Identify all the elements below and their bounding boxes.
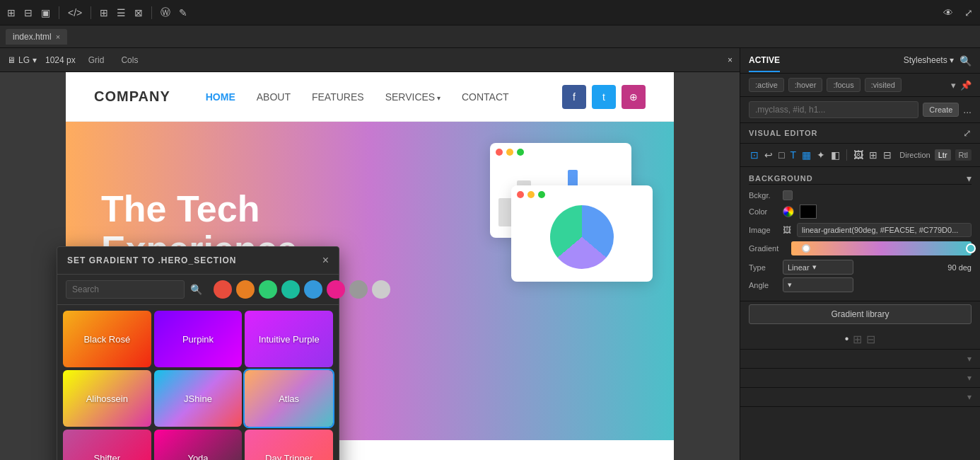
gradient-card-atlas[interactable]: Atlas: [245, 370, 333, 427]
color-swatch-black[interactable]: [800, 205, 817, 219]
gradient-card-yoda[interactable]: Yoda: [154, 430, 243, 460]
tool-img-icon[interactable]: 🖼: [852, 148, 865, 162]
tab-close-icon[interactable]: ×: [56, 33, 60, 41]
rtl-button[interactable]: Rtl: [955, 149, 972, 161]
dot-nav-list[interactable]: ⊟: [866, 333, 875, 346]
tool-rows-icon[interactable]: ⊟: [882, 148, 893, 162]
gradient-card-black-rose[interactable]: Black Rosé: [63, 311, 151, 367]
popup-search-input[interactable]: [66, 280, 185, 299]
search-panel-icon[interactable]: 🔍: [959, 55, 972, 67]
tool-type-icon[interactable]: T: [788, 148, 798, 162]
color-circle-icon[interactable]: [783, 206, 794, 217]
gradient-card-jshine[interactable]: JShine: [154, 370, 243, 427]
gradient-handle-right[interactable]: [966, 243, 976, 253]
canvas-toolbar: 🖥 LG ▾ 1024 px Grid Cols ×: [0, 48, 740, 72]
close-canvas-icon[interactable]: ×: [728, 55, 733, 65]
preset-red[interactable]: [214, 280, 232, 299]
icon-expand[interactable]: ⤢: [962, 4, 976, 21]
bckgr-checkbox[interactable]: [783, 190, 793, 200]
preset-blue[interactable]: [304, 280, 322, 299]
icon-4[interactable]: ⊞: [97, 4, 111, 21]
search-icon: 🔍: [190, 284, 202, 295]
gradient-card-day-tripper[interactable]: Day Tripper: [245, 430, 333, 460]
separator-2: [91, 6, 91, 19]
visual-editor-expand-icon[interactable]: ⤢: [963, 127, 972, 139]
gradient-value-display[interactable]: linear-gradient(90deg, #FEAC5E, #C779D0.…: [797, 223, 972, 237]
accordion-row-3[interactable]: ▾: [740, 388, 980, 407]
type-select[interactable]: Linear ▾: [783, 260, 853, 275]
social-facebook-btn[interactable]: f: [562, 85, 586, 109]
breakpoint-selector[interactable]: 🖥 LG ▾: [7, 55, 37, 65]
gradient-library-button[interactable]: Gradient library: [749, 304, 972, 324]
angle-select[interactable]: ▾: [783, 277, 853, 292]
gradient-handle-left[interactable]: [802, 244, 810, 253]
cols-button[interactable]: Cols: [117, 54, 142, 67]
tool-cols-icon[interactable]: ⊞: [868, 148, 879, 162]
state-focus-btn[interactable]: :focus: [827, 78, 860, 92]
tool-box-icon[interactable]: □: [777, 148, 786, 162]
gradient-grid: Black Rosé Purpink Intuitive Purple Alih…: [57, 305, 339, 460]
stylesheets-button[interactable]: Stylesheets ▾: [904, 55, 954, 67]
state-icons: ▾ 📌: [951, 80, 972, 91]
nav-about[interactable]: ABOUT: [257, 91, 291, 103]
breakpoint-icon: 🖥: [7, 55, 16, 65]
tool-gradient-active-icon[interactable]: ▦: [800, 148, 812, 162]
preset-green[interactable]: [259, 280, 277, 299]
file-tab[interactable]: index.html ×: [6, 29, 67, 45]
social-instagram-btn[interactable]: ⊕: [622, 85, 646, 109]
state-active-btn[interactable]: :active: [749, 78, 784, 92]
icon-preview[interactable]: 👁: [940, 4, 956, 21]
preset-pink[interactable]: [327, 280, 345, 299]
dot-nav-single[interactable]: •: [845, 333, 849, 346]
nav-features[interactable]: FEATURES: [312, 91, 364, 103]
social-twitter-btn[interactable]: t: [592, 85, 616, 109]
gradient-card-shifter[interactable]: Shifter: [63, 430, 151, 460]
icon-edit[interactable]: ✎: [176, 4, 190, 21]
preset-orange[interactable]: [236, 280, 255, 299]
search-row: Create ...: [740, 97, 980, 123]
icon-2[interactable]: ⊟: [21, 4, 35, 21]
preset-gray1[interactable]: [349, 280, 368, 299]
dot-nav-grid[interactable]: ⊞: [853, 333, 862, 346]
accordion-row-2[interactable]: ▾: [740, 369, 980, 388]
gradient-label-purpink: Purpink: [182, 334, 214, 345]
gradient-card-alihossein[interactable]: Alihossein: [63, 370, 151, 427]
icon-1[interactable]: ⊞: [4, 4, 18, 21]
pin-icon[interactable]: 📌: [960, 80, 972, 91]
preset-gray2[interactable]: [372, 280, 390, 299]
create-button[interactable]: Create: [923, 103, 959, 117]
popup-close-icon[interactable]: ×: [322, 254, 329, 267]
tool-undo-icon[interactable]: ↩: [763, 148, 774, 162]
selector-input[interactable]: [749, 101, 918, 118]
tool-move-icon[interactable]: ⊡: [749, 148, 760, 162]
image-icon[interactable]: 🖼: [783, 225, 791, 235]
separator-1: [59, 6, 59, 19]
icon-wp[interactable]: Ⓦ: [158, 4, 173, 22]
gradient-card-purpink[interactable]: Purpink: [154, 311, 243, 367]
gradient-label-jshine: JShine: [184, 393, 212, 404]
nav-services[interactable]: SERVICES: [385, 91, 441, 103]
nav-home[interactable]: HOME: [206, 91, 235, 103]
icon-code[interactable]: </>: [65, 4, 85, 21]
nav-contact[interactable]: CONTACT: [462, 91, 509, 103]
more-options-button[interactable]: ...: [963, 104, 972, 115]
bg-section-expand-icon[interactable]: ▾: [967, 173, 972, 184]
grid-button[interactable]: Grid: [84, 54, 109, 67]
state-hover-btn[interactable]: :hover: [788, 78, 823, 92]
chevron-down-state-icon[interactable]: ▾: [951, 80, 956, 91]
icon-6[interactable]: ⊠: [132, 4, 146, 21]
tool-star-icon[interactable]: ✦: [815, 148, 827, 162]
gradient-bar-container[interactable]: [791, 241, 972, 255]
active-tab[interactable]: ACTIVE: [749, 50, 780, 72]
tool-border-icon[interactable]: ◧: [829, 148, 841, 162]
ltr-button[interactable]: Ltr: [935, 149, 951, 161]
gradient-card-intuitive-purple[interactable]: Intuitive Purple: [245, 311, 333, 367]
dot-green-2: [538, 191, 545, 198]
icon-3[interactable]: ▣: [38, 4, 53, 21]
dot-green: [517, 149, 524, 156]
icon-5[interactable]: ☰: [114, 4, 129, 21]
gradient-bar-row: Gradient: [749, 241, 972, 255]
accordion-row-1[interactable]: ▾: [740, 350, 980, 369]
preset-teal[interactable]: [281, 280, 300, 299]
state-visited-btn[interactable]: :visited: [865, 78, 902, 92]
